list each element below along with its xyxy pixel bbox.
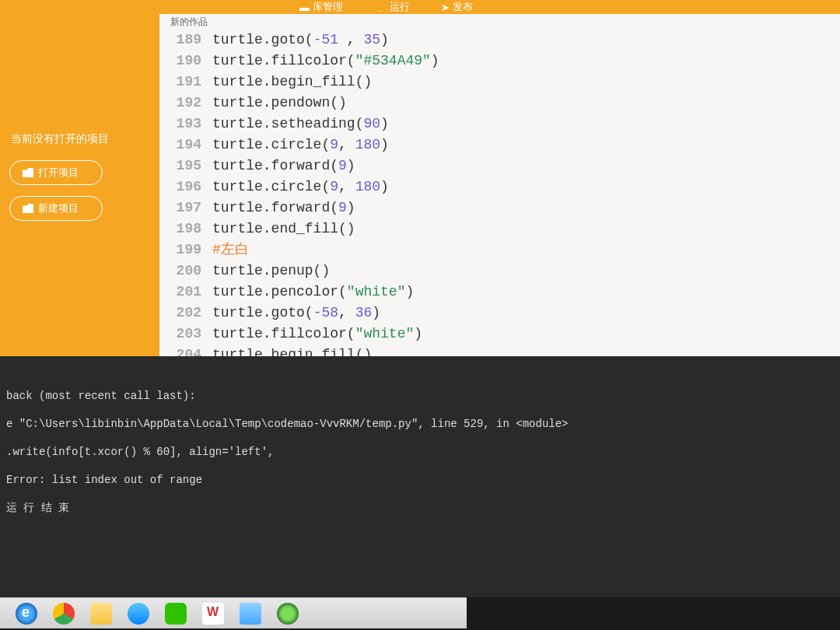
line-number: 203 bbox=[159, 324, 212, 345]
send-icon: ➤ bbox=[441, 2, 450, 13]
code-text: turtle.fillcolor("white") bbox=[212, 324, 840, 345]
media-icon bbox=[128, 603, 149, 625]
line-number: 199 bbox=[159, 240, 212, 261]
terminal-line: Error: list index out of range bbox=[6, 473, 834, 487]
code-line: 192turtle.pendown() bbox=[159, 93, 840, 114]
chrome-icon bbox=[53, 603, 75, 625]
code-line: 201turtle.pencolor("white") bbox=[159, 282, 840, 303]
code-text: turtle.circle(9, 180) bbox=[212, 177, 840, 198]
code-text: turtle.setheading(90) bbox=[212, 114, 840, 135]
line-number: 195 bbox=[159, 156, 212, 177]
book-icon: ▬ bbox=[299, 2, 310, 13]
code-line: 202turtle.goto(-58, 36) bbox=[159, 303, 840, 324]
line-number: 200 bbox=[159, 261, 212, 282]
line-number: 196 bbox=[159, 177, 212, 198]
notepad-icon bbox=[240, 603, 261, 625]
code-editor[interactable]: 189turtle.goto(-51 , 35)190turtle.fillco… bbox=[159, 26, 840, 356]
terminal-line: back (most recent call last): bbox=[6, 389, 834, 403]
code-line: 195turtle.forward(9) bbox=[159, 156, 840, 177]
new-project-label: 新建项目 bbox=[38, 201, 79, 215]
code-text: turtle.begin_fill() bbox=[212, 345, 840, 356]
editor-panel: ▬ 库管理 ☝ 运行 ➤ 发布 新的作品 189turtle.goto(-51 … bbox=[159, 0, 840, 356]
terminal-output[interactable]: back (most recent call last): e "C:\User… bbox=[0, 356, 840, 597]
folder-icon bbox=[23, 204, 33, 213]
code-line: 190turtle.fillcolor("#534A49") bbox=[159, 51, 840, 72]
code-text: #左白 bbox=[212, 240, 840, 261]
hand-icon: ☝ bbox=[374, 2, 387, 13]
taskbar-chrome[interactable] bbox=[45, 599, 82, 628]
tab-label[interactable]: 新的作品 bbox=[159, 16, 208, 27]
taskbar-media[interactable] bbox=[120, 599, 157, 628]
new-project-button[interactable]: 新建项目 bbox=[9, 196, 103, 221]
line-number: 198 bbox=[159, 219, 212, 240]
code-line: 194turtle.circle(9, 180) bbox=[159, 135, 840, 156]
line-number: 190 bbox=[159, 51, 212, 72]
line-number: 197 bbox=[159, 198, 212, 219]
line-number: 192 bbox=[159, 93, 212, 114]
line-number: 202 bbox=[159, 303, 212, 324]
wps-icon bbox=[202, 603, 224, 625]
line-number: 201 bbox=[159, 282, 212, 303]
sidebar: 当前没有打开的项目 打开项目 新建项目 bbox=[0, 0, 159, 356]
ie-icon bbox=[16, 603, 37, 625]
code-line: 189turtle.goto(-51 , 35) bbox=[159, 30, 840, 51]
code-text: turtle.penup() bbox=[212, 261, 840, 282]
lib-manage-button[interactable]: ▬ 库管理 bbox=[299, 0, 343, 14]
folder-icon bbox=[90, 603, 112, 625]
open-project-label: 打开项目 bbox=[38, 166, 79, 180]
line-number: 189 bbox=[159, 30, 212, 51]
code-line: 191turtle.begin_fill() bbox=[159, 72, 840, 93]
publish-button[interactable]: ➤ 发布 bbox=[441, 0, 473, 14]
code-text: turtle.begin_fill() bbox=[212, 72, 840, 93]
open-project-button[interactable]: 打开项目 bbox=[9, 160, 103, 185]
code-text: turtle.forward(9) bbox=[212, 198, 840, 219]
code-line: 203turtle.fillcolor("white") bbox=[159, 324, 840, 345]
code-line: 204turtle.begin_fill() bbox=[159, 345, 840, 356]
tab-row: 新的作品 bbox=[159, 14, 840, 26]
taskbar-ie[interactable] bbox=[8, 599, 45, 628]
line-number: 194 bbox=[159, 135, 212, 156]
terminal-line: .write(info[t.xcor() % 60], align='left'… bbox=[6, 445, 834, 459]
line-number: 191 bbox=[159, 72, 212, 93]
taskbar-wechat[interactable] bbox=[157, 599, 194, 628]
code-text: turtle.pencolor("white") bbox=[212, 282, 840, 303]
code-line: 196turtle.circle(9, 180) bbox=[159, 177, 840, 198]
code-text: turtle.forward(9) bbox=[212, 156, 840, 177]
run-button[interactable]: ☝ 运行 bbox=[374, 0, 410, 14]
terminal-line: e "C:\Users\libinbin\AppData\Local\Temp\… bbox=[6, 417, 834, 431]
code-text: turtle.circle(9, 180) bbox=[212, 135, 840, 156]
code-line: 193turtle.setheading(90) bbox=[159, 114, 840, 135]
code-text: turtle.goto(-51 , 35) bbox=[212, 30, 840, 51]
taskbar-browser[interactable] bbox=[269, 599, 306, 628]
code-text: turtle.goto(-58, 36) bbox=[212, 303, 840, 324]
code-line: 199#左白 bbox=[159, 240, 840, 261]
code-text: turtle.end_fill() bbox=[212, 219, 840, 240]
code-line: 198turtle.end_fill() bbox=[159, 219, 840, 240]
terminal-line: 运 行 结 束 bbox=[6, 501, 834, 515]
code-text: turtle.fillcolor("#534A49") bbox=[212, 51, 840, 72]
line-number: 204 bbox=[159, 345, 212, 356]
line-number: 193 bbox=[159, 114, 212, 135]
code-line: 200turtle.penup() bbox=[159, 261, 840, 282]
taskbar bbox=[0, 597, 467, 628]
folder-icon bbox=[23, 168, 33, 177]
code-text: turtle.pendown() bbox=[212, 93, 840, 114]
code-line: 197turtle.forward(9) bbox=[159, 198, 840, 219]
taskbar-notepad[interactable] bbox=[232, 599, 269, 628]
globe-icon bbox=[277, 603, 299, 625]
taskbar-files[interactable] bbox=[82, 599, 120, 628]
editor-header: ▬ 库管理 ☝ 运行 ➤ 发布 bbox=[159, 0, 840, 14]
taskbar-wps[interactable] bbox=[194, 599, 232, 628]
no-project-label: 当前没有打开的项目 bbox=[11, 132, 159, 146]
wechat-icon bbox=[165, 603, 187, 625]
